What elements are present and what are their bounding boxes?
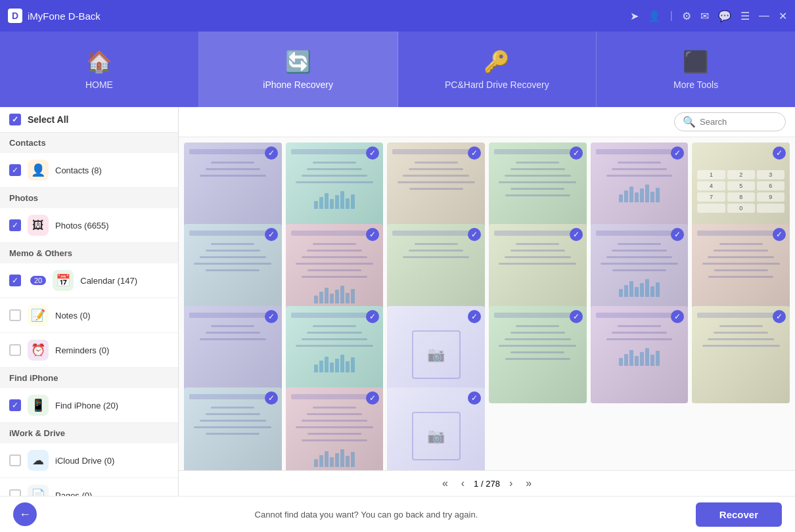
icloud-drive-icon: ☁ [28,450,49,471]
search-icon: 🔍 [683,116,696,128]
item-check[interactable]: ✓ [265,310,278,323]
section-memo-header: Memo & Others [0,243,178,263]
section-contacts-header: Contacts [0,133,178,153]
recover-button[interactable]: Recover [696,502,782,527]
home-icon: 🏠 [86,49,112,74]
nav-tabs: 🏠 HOME 🔄 iPhone Recovery 🔑 PC&Hard Drive… [0,32,795,107]
pc-recovery-icon: 🔑 [484,49,510,74]
item-check[interactable]: ✓ [570,146,583,160]
tab-pc-recovery[interactable]: 🔑 PC&Hard Drive Recovery [398,32,597,107]
section-photos-header: Photos [0,188,178,208]
icloud-drive-label: iCloud Drive (0) [55,456,114,466]
photos-icon: 🖼 [28,215,49,236]
search-input[interactable] [700,117,777,127]
next-page-button[interactable]: › [505,476,516,491]
prev-page-button[interactable]: ‹ [457,476,468,491]
more-tools-icon: ⬛ [683,49,709,74]
title-bar: D iMyFone D-Back ➤ 👤 | ⚙ ✉ 💬 ☰ — ✕ [0,0,795,32]
app-name: iMyFone D-Back [28,11,630,22]
calendar-badge: 20 [30,276,46,285]
user-icon[interactable]: 👤 [648,10,661,22]
photos-checkbox[interactable]: ✓ [9,219,21,231]
image-grid: ✓ ✓ ✓ ✓ [179,137,795,470]
sidebar-item-notes[interactable]: 📝 Notes (0) [0,298,178,333]
tab-home[interactable]: 🏠 HOME [0,32,199,107]
reminders-label: Reminders (0) [55,345,109,355]
menu-icon[interactable]: ☰ [740,10,750,22]
contacts-checkbox[interactable]: ✓ [9,164,21,176]
app-logo: D [8,9,22,23]
find-iphone-icon: 📱 [28,395,49,416]
calendar-label: Calendar (147) [80,276,137,286]
first-page-button[interactable]: « [438,476,452,491]
section-find-iphone-header: Find iPhone [0,368,178,388]
pages-icon: 📄 [28,485,49,496]
share-icon[interactable]: ➤ [630,10,639,22]
main-content: ✓ Select All Contacts ✓ 👤 Contacts (8) P… [0,107,795,496]
select-all-row[interactable]: ✓ Select All [0,107,178,133]
grid-item[interactable]: ✓ [489,306,587,404]
pages-label: Pages (0) [55,491,92,497]
calendar-checkbox[interactable]: ✓ [9,275,21,286]
notes-label: Notes (0) [55,311,90,321]
bottom-bar: ← Cannot find data you want? You can go … [0,496,795,532]
mail-icon[interactable]: ✉ [700,10,709,22]
sidebar-item-calendar[interactable]: ✓ 20 📅 Calendar (147) [0,263,178,298]
photos-label: Photos (6655) [55,221,109,231]
item-check[interactable]: ✓ [366,310,379,323]
item-check[interactable]: ✓ [570,310,583,323]
sidebar-item-pages[interactable]: 📄 Pages (0) [0,478,178,496]
contacts-label: Contacts (8) [55,166,102,175]
grid-item[interactable]: 📷 ✓ [387,388,485,470]
pages-checkbox[interactable] [9,489,21,496]
sidebar-item-photos[interactable]: ✓ 🖼 Photos (6655) [0,208,178,243]
settings-icon[interactable]: ⚙ [682,10,691,22]
sidebar-item-contacts[interactable]: ✓ 👤 Contacts (8) [0,153,178,188]
tab-more-tools-label: More Tools [673,79,718,90]
sidebar-item-icloud-drive[interactable]: ☁ iCloud Drive (0) [0,443,178,478]
content-area: 🔍 ✓ ✓ [179,107,795,496]
reminders-icon: ⏰ [28,340,49,361]
minimize-icon[interactable]: — [759,10,769,22]
placeholder-image-icon: 📷 [412,330,461,379]
item-check[interactable]: ✓ [773,310,786,323]
pagination-display: 1 / 278 [474,479,500,489]
close-icon[interactable]: ✕ [779,10,787,22]
sidebar: ✓ Select All Contacts ✓ 👤 Contacts (8) P… [0,107,179,496]
last-page-button[interactable]: » [522,476,535,491]
icloud-drive-checkbox[interactable] [9,454,21,466]
back-button[interactable]: ← [13,502,37,526]
calendar-icon: 📅 [53,270,74,291]
item-check[interactable]: ✓ [468,310,481,323]
item-check[interactable]: ✓ [366,391,379,405]
grid-item[interactable]: ✓ [692,306,790,404]
find-iphone-checkbox[interactable]: ✓ [9,399,21,411]
grid-item[interactable]: ✓ [184,388,282,470]
item-check[interactable]: ✓ [671,310,684,323]
notes-checkbox[interactable] [9,309,21,321]
placeholder-image-icon: 📷 [412,412,461,460]
search-box[interactable]: 🔍 [674,112,786,131]
pagination: « ‹ 1 / 278 › » [179,470,795,496]
grid-item[interactable]: ✓ [591,306,689,404]
sidebar-item-reminders[interactable]: ⏰ Reminders (0) [0,333,178,368]
tab-more-tools[interactable]: ⬛ More Tools [597,32,795,107]
tab-iphone-recovery[interactable]: 🔄 iPhone Recovery [199,32,398,107]
reminders-checkbox[interactable] [9,344,21,356]
chat-icon[interactable]: 💬 [718,10,731,22]
item-check[interactable]: ✓ [265,228,278,241]
item-check[interactable]: ✓ [468,391,481,405]
item-check[interactable]: ✓ [265,146,278,160]
iphone-recovery-icon: 🔄 [285,49,311,74]
item-check[interactable]: ✓ [570,228,583,241]
tab-iphone-recovery-label: iPhone Recovery [263,79,333,90]
item-check[interactable]: ✓ [265,391,278,405]
select-all-checkbox[interactable]: ✓ [9,114,21,125]
find-iphone-label: Find iPhone (20) [55,401,118,410]
sidebar-item-find-iphone[interactable]: ✓ 📱 Find iPhone (20) [0,388,178,423]
contacts-icon: 👤 [28,160,49,181]
item-check[interactable]: ✓ [773,146,786,160]
item-check[interactable]: ✓ [468,146,481,160]
grid-item[interactable]: ✓ [286,388,384,470]
content-toolbar: 🔍 [179,107,795,137]
